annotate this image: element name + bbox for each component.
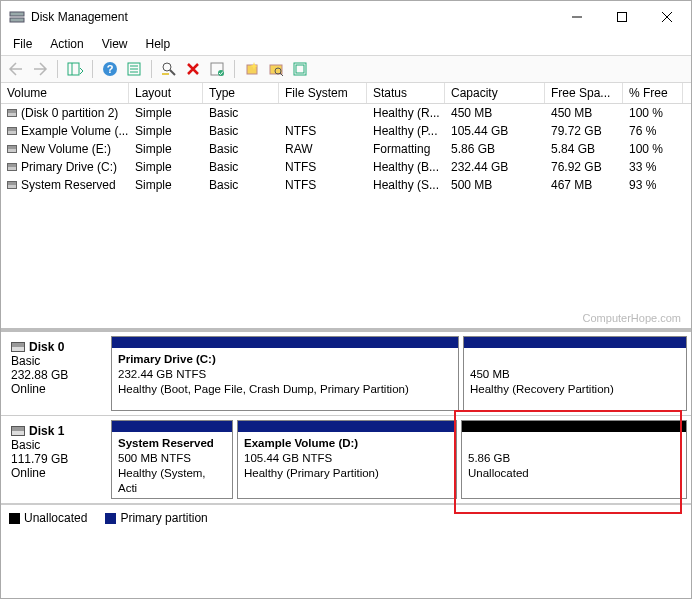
- partition-primary-c[interactable]: Primary Drive (C:) 232.44 GB NTFS Health…: [111, 336, 459, 411]
- partition-unallocated[interactable]: 5.86 GB Unallocated: [461, 420, 687, 499]
- svg-rect-16: [162, 73, 169, 75]
- graphical-view: Disk 0 Basic 232.88 GB Online Primary Dr…: [1, 328, 691, 504]
- table-row[interactable]: (Disk 0 partition 2)SimpleBasicHealthy (…: [1, 104, 691, 122]
- col-capacity[interactable]: Capacity: [445, 83, 545, 103]
- volume-name: Example Volume (...: [21, 124, 128, 138]
- table-row[interactable]: Primary Drive (C:)SimpleBasicNTFSHealthy…: [1, 158, 691, 176]
- volume-free: 79.72 GB: [545, 123, 623, 139]
- stripe-primary: [464, 337, 686, 348]
- volume-free: 5.84 GB: [545, 141, 623, 157]
- table-row[interactable]: Example Volume (...SimpleBasicNTFSHealth…: [1, 122, 691, 140]
- svg-line-15: [170, 70, 175, 75]
- volume-capacity: 232.44 GB: [445, 159, 545, 175]
- stripe-primary: [112, 337, 458, 348]
- volume-free: 76.92 GB: [545, 159, 623, 175]
- legend-primary: Primary partition: [105, 511, 207, 525]
- disk-icon: [11, 426, 25, 436]
- volume-free: 450 MB: [545, 105, 623, 121]
- back-button[interactable]: [5, 58, 27, 80]
- legend-unallocated: Unallocated: [9, 511, 87, 525]
- table-row[interactable]: New Volume (E:)SimpleBasicRAWFormatting5…: [1, 140, 691, 158]
- svg-rect-1: [10, 18, 24, 22]
- menu-bar: File Action View Help: [1, 33, 691, 55]
- volume-capacity: 500 MB: [445, 177, 545, 193]
- volume-layout: Simple: [129, 123, 203, 139]
- volume-name: System Reserved: [21, 178, 116, 192]
- menu-action[interactable]: Action: [42, 35, 91, 53]
- close-button[interactable]: [644, 2, 689, 32]
- watermark: ComputerHope.com: [583, 312, 681, 324]
- disk-row-1[interactable]: Disk 1 Basic 111.79 GB Online System Res…: [1, 416, 691, 504]
- volume-pct: 76 %: [623, 123, 683, 139]
- volume-type: Basic: [203, 177, 279, 193]
- volume-free: 467 MB: [545, 177, 623, 193]
- col-volume[interactable]: Volume: [1, 83, 129, 103]
- volume-pct: 100 %: [623, 141, 683, 157]
- volume-status: Healthy (P...: [367, 123, 445, 139]
- volume-pct: 93 %: [623, 177, 683, 193]
- volume-name: Primary Drive (C:): [21, 160, 117, 174]
- maximize-button[interactable]: [599, 2, 644, 32]
- volume-fs: RAW: [279, 141, 367, 157]
- partition-system-reserved[interactable]: System Reserved 500 MB NTFS Healthy (Sys…: [111, 420, 233, 499]
- window-title: Disk Management: [31, 10, 554, 24]
- settings-list-button[interactable]: [123, 58, 145, 80]
- col-layout[interactable]: Layout: [129, 83, 203, 103]
- disk-size: 111.79 GB: [11, 452, 99, 466]
- volume-status: Healthy (S...: [367, 177, 445, 193]
- disk-name: Disk 1: [29, 424, 64, 438]
- title-bar: Disk Management: [1, 1, 691, 33]
- partition-example-volume[interactable]: Example Volume (D:) 105.44 GB NTFS Healt…: [237, 420, 457, 499]
- stripe-primary: [112, 421, 232, 432]
- minimize-button[interactable]: [554, 2, 599, 32]
- volume-status: Formatting: [367, 141, 445, 157]
- volume-pct: 100 %: [623, 105, 683, 121]
- app-icon: [9, 9, 25, 25]
- refresh-button[interactable]: [289, 58, 311, 80]
- partition-title: System Reserved: [118, 437, 214, 449]
- partition-title: Example Volume (D:): [244, 437, 358, 449]
- stripe-primary: [238, 421, 456, 432]
- menu-view[interactable]: View: [94, 35, 136, 53]
- menu-help[interactable]: Help: [138, 35, 179, 53]
- volume-fs: [279, 105, 367, 121]
- delete-icon[interactable]: [182, 58, 204, 80]
- disk-type: Basic: [11, 438, 99, 452]
- disk-row-0[interactable]: Disk 0 Basic 232.88 GB Online Primary Dr…: [1, 332, 691, 416]
- disk-state: Online: [11, 382, 99, 396]
- col-status[interactable]: Status: [367, 83, 445, 103]
- col-freespace[interactable]: Free Spa...: [545, 83, 623, 103]
- help-button[interactable]: ?: [99, 58, 121, 80]
- partition-status: Healthy (Boot, Page File, Crash Dump, Pr…: [118, 383, 409, 395]
- partition-title: Primary Drive (C:): [118, 353, 216, 365]
- explore-button[interactable]: [265, 58, 287, 80]
- show-hide-button[interactable]: [64, 58, 86, 80]
- partition-size: 450 MB: [470, 368, 510, 380]
- volume-icon: [7, 127, 17, 135]
- table-row[interactable]: System ReservedSimpleBasicNTFSHealthy (S…: [1, 176, 691, 194]
- forward-button[interactable]: [29, 58, 51, 80]
- col-pctfree[interactable]: % Free: [623, 83, 683, 103]
- disk-size: 232.88 GB: [11, 368, 99, 382]
- volume-type: Basic: [203, 105, 279, 121]
- volume-type: Basic: [203, 123, 279, 139]
- separator: [151, 60, 152, 78]
- volume-type: Basic: [203, 159, 279, 175]
- properties-icon[interactable]: [206, 58, 228, 80]
- svg-rect-24: [296, 65, 304, 73]
- volume-layout: Simple: [129, 105, 203, 121]
- volume-capacity: 5.86 GB: [445, 141, 545, 157]
- volume-layout: Simple: [129, 177, 203, 193]
- col-type[interactable]: Type: [203, 83, 279, 103]
- partition-recovery[interactable]: 450 MB Healthy (Recovery Partition): [463, 336, 687, 411]
- disk-state: Online: [11, 466, 99, 480]
- col-filesystem[interactable]: File System: [279, 83, 367, 103]
- new-button[interactable]: [241, 58, 263, 80]
- volume-icon: [7, 181, 17, 189]
- partition-status: Healthy (Primary Partition): [244, 467, 379, 479]
- search-icon[interactable]: [158, 58, 180, 80]
- volume-pct: 33 %: [623, 159, 683, 175]
- menu-file[interactable]: File: [5, 35, 40, 53]
- volume-icon: [7, 145, 17, 153]
- volume-table-body[interactable]: (Disk 0 partition 2)SimpleBasicHealthy (…: [1, 104, 691, 328]
